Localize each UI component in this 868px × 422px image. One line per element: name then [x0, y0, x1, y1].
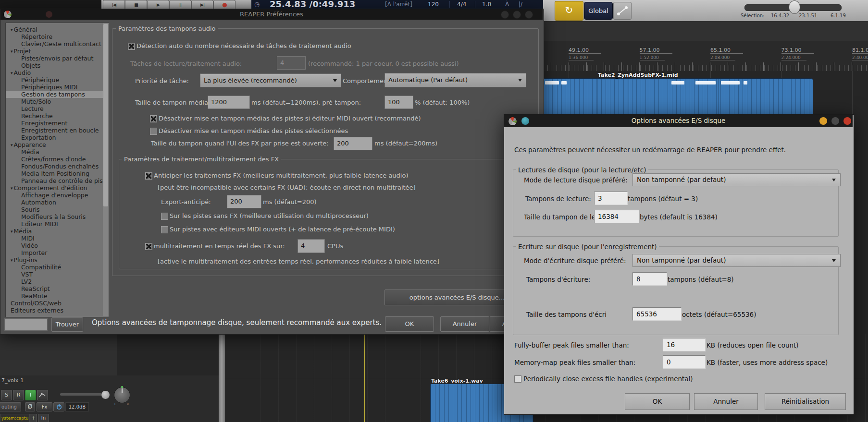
pause-button[interactable]: || — [169, 0, 191, 9]
slash-indicator-icon[interactable]: |/ — [519, 1, 522, 8]
autodetect-label[interactable]: Détection auto du nombre nécessaire de t… — [136, 42, 351, 49]
edit-cursor[interactable] — [364, 334, 365, 422]
dialog-titlebar[interactable]: Options avancées E/S disque — [504, 115, 853, 127]
tree-expand-icon[interactable]: ▾ — [11, 26, 13, 34]
dialog-ok-button[interactable]: OK — [625, 393, 690, 410]
playrate-value[interactable]: 1.0 — [482, 1, 491, 8]
sidebar-item[interactable]: Vidéo — [6, 242, 109, 249]
sidebar-item[interactable]: Enregistrement — [6, 120, 109, 127]
autodetect-checkbox[interactable] — [128, 43, 135, 50]
sidebar-item[interactable]: Crêtes/formes d'onde — [6, 156, 109, 163]
routing-button[interactable]: outing — [0, 402, 21, 411]
sidebar-item[interactable]: Clavier/Geste multicontact — [6, 40, 109, 48]
sidebar-item[interactable]: VST — [6, 271, 109, 278]
disable-midi-editor-checkbox[interactable] — [150, 115, 157, 122]
solo-button[interactable]: S — [1, 390, 12, 400]
tree-expand-icon[interactable]: ▾ — [11, 185, 13, 192]
behavior-dropdown[interactable]: Automatique (Par défaut) — [384, 73, 526, 87]
go-to-start-button[interactable]: |◀ — [103, 0, 125, 9]
tree-expand-icon[interactable]: ▾ — [11, 48, 13, 55]
media-buffer-field[interactable]: 1200 — [208, 96, 250, 109]
playrate-slider-thumb[interactable] — [789, 0, 800, 14]
close-handles-checkbox[interactable] — [514, 375, 521, 383]
input-monitor-button[interactable]: I — [25, 390, 36, 400]
automation-a-icon[interactable]: À — [505, 1, 509, 8]
minimize-button[interactable] — [501, 11, 509, 19]
fx-button[interactable]: Fx — [37, 402, 52, 411]
write-buffers-field[interactable]: 8 — [632, 272, 667, 286]
sidebar-item[interactable]: MIDI — [6, 235, 109, 242]
sidebar-item[interactable]: Périphérique — [6, 76, 109, 84]
tracks-no-fx-label[interactable]: Sur les pistes sans FX (meilleure utilis… — [170, 212, 369, 219]
bpm-value[interactable]: 120 — [428, 1, 439, 8]
maximize-button[interactable] — [513, 11, 521, 19]
disable-midi-editor-label[interactable]: Désactiver mise en tampon médias des pis… — [159, 115, 421, 122]
sidebar-item[interactable]: Enregistrement en boucle — [6, 127, 109, 134]
tree-expand-icon[interactable]: ▾ — [11, 142, 13, 149]
media-item-take2-label[interactable]: Take2_ZynAddSubFX-1.mid — [598, 72, 678, 78]
write-buffer-size-field[interactable]: 65536 — [632, 307, 682, 321]
sidebar-item[interactable]: ▾Plug-ins — [6, 256, 109, 264]
sidebar-item[interactable]: Automation — [6, 199, 109, 206]
go-to-end-button[interactable]: ▶| — [191, 0, 213, 9]
memory-map-field[interactable]: 0 — [663, 355, 706, 369]
minimize-button[interactable] — [819, 117, 827, 125]
sidebar-item[interactable]: Objets — [6, 62, 109, 69]
selection-start-value[interactable]: 16.4.32 — [771, 13, 789, 18]
sidebar-item[interactable]: Répertoire — [6, 33, 109, 40]
maximize-button[interactable] — [831, 117, 839, 125]
sidebar-item[interactable]: ▾Média — [6, 228, 109, 235]
close-button[interactable] — [843, 117, 851, 125]
sidebar-item[interactable]: ▾Apparence — [6, 141, 109, 148]
tree-expand-icon[interactable]: ▾ — [11, 228, 13, 235]
timeline-ruler[interactable]: 49.1.001:36.00057.1.001:52.00065.1.002:0… — [543, 41, 868, 71]
stop-button[interactable]: ■ — [125, 0, 147, 9]
sidebar-item[interactable]: ReaMote — [6, 292, 109, 300]
fx-bypass-button[interactable] — [53, 402, 64, 411]
sync-button[interactable]: ↻ — [555, 1, 583, 21]
sidebar-item[interactable]: Mute/Solo — [6, 98, 109, 105]
prebuffer-field[interactable]: 100 — [384, 96, 413, 109]
close-button[interactable] — [525, 11, 533, 19]
envelope-button[interactable] — [613, 2, 632, 20]
prefs-ok-button[interactable]: OK — [385, 316, 434, 332]
sidebar-item[interactable]: Périphériques MIDI — [6, 84, 109, 91]
prefs-search-input[interactable] — [4, 318, 48, 331]
pan-knob[interactable] — [114, 387, 130, 403]
prefs-titlebar[interactable]: REAPER Préférences — [0, 9, 543, 20]
tree-expand-icon[interactable]: ▾ — [11, 70, 13, 77]
tracks-no-fx-checkbox[interactable] — [161, 213, 168, 220]
realtime-multi-checkbox[interactable] — [145, 243, 152, 250]
disable-selected-checkbox[interactable] — [150, 128, 157, 135]
priority-dropdown[interactable]: La plus élevée (recommandé) — [200, 73, 341, 87]
render-ahead-field[interactable]: 200 — [227, 195, 261, 208]
sidebar-item[interactable]: Editeur MIDI — [6, 220, 109, 228]
sidebar-item[interactable]: Affichage d'enveloppe — [6, 192, 109, 199]
track-input-selector[interactable]: ystem:captu — [0, 414, 30, 422]
tree-expand-icon[interactable]: ▾ — [11, 257, 13, 264]
sidebar-item[interactable]: ▾Projet — [6, 48, 109, 55]
sidebar-item[interactable]: ▾Général — [6, 26, 109, 33]
volume-readout[interactable]: 12.0dB — [65, 402, 89, 411]
play-button[interactable]: ▶ — [147, 0, 169, 9]
read-buffer-size-field[interactable]: 16384 — [594, 210, 639, 223]
sidebar-item[interactable]: ▾Audio — [6, 69, 109, 76]
add-input-button[interactable]: + — [30, 414, 37, 422]
sidebar-item[interactable]: Recherche — [6, 112, 109, 120]
sidebar-item[interactable]: Panneau de contrôle de pistes (TCP — [6, 177, 109, 184]
read-buffers-field[interactable]: 3 — [594, 192, 628, 205]
prefs-category-tree[interactable]: ▾GénéralRépertoireClavier/Geste multicon… — [5, 23, 109, 317]
anticipative-fx-label[interactable]: Anticiper les traitements FX (meilleurs … — [154, 172, 408, 179]
track-envelope-button[interactable] — [37, 390, 48, 400]
sidebar-item[interactable]: Compatibilité — [6, 264, 109, 271]
sidebar-item[interactable]: Gestion des tampons — [6, 91, 109, 98]
input-mode-button[interactable]: In — [38, 414, 49, 422]
sidebar-item[interactable]: Modifieurs à la Souris — [6, 213, 109, 220]
sidebar-item[interactable]: ▾Comportement d'édition — [6, 184, 109, 192]
close-handles-label[interactable]: Periodically close excess file handles (… — [523, 375, 693, 383]
sidebar-item[interactable]: Importer — [6, 249, 109, 256]
sidebar-item[interactable]: Exportation — [6, 134, 109, 141]
sidebar-item[interactable]: Souris — [6, 206, 109, 213]
selection-length-value[interactable]: 6.1.19 — [831, 13, 846, 18]
write-mode-dropdown[interactable]: Non tamponné (par defaut) — [632, 254, 841, 267]
